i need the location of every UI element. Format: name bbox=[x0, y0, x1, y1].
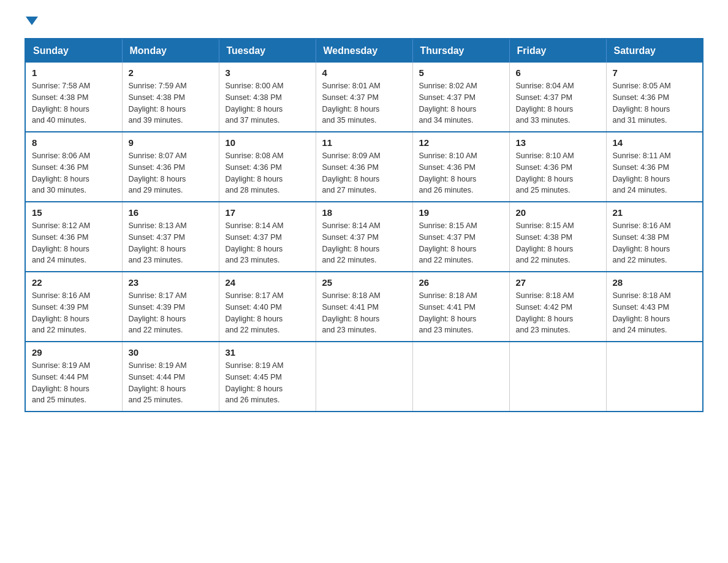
calendar-day-cell: 27 Sunrise: 8:18 AM Sunset: 4:42 PM Dayl… bbox=[509, 272, 606, 342]
day-number: 12 bbox=[419, 137, 503, 148]
day-number: 1 bbox=[32, 67, 116, 78]
day-number: 10 bbox=[226, 137, 309, 148]
day-info: Sunrise: 8:08 AM Sunset: 4:36 PM Dayligh… bbox=[226, 150, 309, 196]
day-info: Sunrise: 8:06 AM Sunset: 4:36 PM Dayligh… bbox=[32, 150, 116, 196]
calendar-day-cell: 11 Sunrise: 8:09 AM Sunset: 4:36 PM Dayl… bbox=[316, 132, 412, 202]
day-number: 30 bbox=[129, 347, 213, 358]
calendar-header-wednesday: Wednesday bbox=[316, 39, 412, 63]
calendar-header-sunday: Sunday bbox=[25, 39, 122, 63]
calendar-week-row: 1 Sunrise: 7:58 AM Sunset: 4:38 PM Dayli… bbox=[25, 63, 703, 132]
calendar-day-cell: 1 Sunrise: 7:58 AM Sunset: 4:38 PM Dayli… bbox=[25, 63, 122, 132]
calendar-day-cell: 4 Sunrise: 8:01 AM Sunset: 4:37 PM Dayli… bbox=[316, 63, 412, 132]
day-number: 4 bbox=[322, 67, 406, 78]
day-number: 23 bbox=[129, 277, 213, 288]
day-number: 18 bbox=[322, 207, 406, 218]
day-info: Sunrise: 8:05 AM Sunset: 4:36 PM Dayligh… bbox=[613, 80, 697, 126]
calendar-day-cell: 18 Sunrise: 8:14 AM Sunset: 4:37 PM Dayl… bbox=[316, 202, 412, 272]
calendar-week-row: 15 Sunrise: 8:12 AM Sunset: 4:36 PM Dayl… bbox=[25, 202, 703, 272]
calendar-day-cell: 15 Sunrise: 8:12 AM Sunset: 4:36 PM Dayl… bbox=[25, 202, 122, 272]
day-number: 7 bbox=[613, 67, 697, 78]
calendar-day-cell: 16 Sunrise: 8:13 AM Sunset: 4:37 PM Dayl… bbox=[122, 202, 219, 272]
day-info: Sunrise: 8:02 AM Sunset: 4:37 PM Dayligh… bbox=[419, 80, 503, 126]
day-info: Sunrise: 8:09 AM Sunset: 4:36 PM Dayligh… bbox=[322, 150, 406, 196]
calendar-day-cell: 13 Sunrise: 8:10 AM Sunset: 4:36 PM Dayl… bbox=[509, 132, 606, 202]
day-number: 9 bbox=[129, 137, 213, 148]
calendar-day-cell: 21 Sunrise: 8:16 AM Sunset: 4:38 PM Dayl… bbox=[606, 202, 703, 272]
day-number: 19 bbox=[419, 207, 503, 218]
calendar-day-cell: 24 Sunrise: 8:17 AM Sunset: 4:40 PM Dayl… bbox=[219, 272, 316, 342]
day-info: Sunrise: 8:18 AM Sunset: 4:42 PM Dayligh… bbox=[516, 290, 600, 336]
day-info: Sunrise: 8:01 AM Sunset: 4:37 PM Dayligh… bbox=[322, 80, 406, 126]
day-number: 14 bbox=[613, 137, 697, 148]
day-info: Sunrise: 8:15 AM Sunset: 4:37 PM Dayligh… bbox=[419, 220, 503, 266]
day-info: Sunrise: 8:11 AM Sunset: 4:36 PM Dayligh… bbox=[613, 150, 697, 196]
calendar-day-cell: 30 Sunrise: 8:19 AM Sunset: 4:44 PM Dayl… bbox=[122, 342, 219, 412]
day-number: 22 bbox=[32, 277, 116, 288]
day-info: Sunrise: 7:59 AM Sunset: 4:38 PM Dayligh… bbox=[129, 80, 213, 126]
day-info: Sunrise: 8:19 AM Sunset: 4:45 PM Dayligh… bbox=[226, 360, 309, 406]
calendar-header-tuesday: Tuesday bbox=[219, 39, 316, 63]
day-info: Sunrise: 8:18 AM Sunset: 4:41 PM Dayligh… bbox=[322, 290, 406, 336]
day-info: Sunrise: 8:14 AM Sunset: 4:37 PM Dayligh… bbox=[226, 220, 309, 266]
day-number: 3 bbox=[226, 67, 309, 78]
day-info: Sunrise: 8:18 AM Sunset: 4:41 PM Dayligh… bbox=[419, 290, 503, 336]
day-number: 31 bbox=[226, 347, 309, 358]
calendar-table: SundayMondayTuesdayWednesdayThursdayFrid… bbox=[25, 38, 703, 412]
day-number: 16 bbox=[129, 207, 213, 218]
day-number: 5 bbox=[419, 67, 503, 78]
calendar-header-saturday: Saturday bbox=[606, 39, 703, 63]
day-info: Sunrise: 8:12 AM Sunset: 4:36 PM Dayligh… bbox=[32, 220, 116, 266]
calendar-day-cell: 17 Sunrise: 8:14 AM Sunset: 4:37 PM Dayl… bbox=[219, 202, 316, 272]
calendar-day-cell: 23 Sunrise: 8:17 AM Sunset: 4:39 PM Dayl… bbox=[122, 272, 219, 342]
calendar-day-cell bbox=[606, 342, 703, 412]
page-header bbox=[25, 18, 703, 27]
day-number: 24 bbox=[226, 277, 309, 288]
day-info: Sunrise: 7:58 AM Sunset: 4:38 PM Dayligh… bbox=[32, 80, 116, 126]
calendar-week-row: 29 Sunrise: 8:19 AM Sunset: 4:44 PM Dayl… bbox=[25, 342, 703, 412]
calendar-header-thursday: Thursday bbox=[412, 39, 509, 63]
day-info: Sunrise: 8:16 AM Sunset: 4:39 PM Dayligh… bbox=[32, 290, 116, 336]
calendar-day-cell: 6 Sunrise: 8:04 AM Sunset: 4:37 PM Dayli… bbox=[509, 63, 606, 132]
day-number: 29 bbox=[32, 347, 116, 358]
calendar-day-cell: 2 Sunrise: 7:59 AM Sunset: 4:38 PM Dayli… bbox=[122, 63, 219, 132]
calendar-day-cell: 14 Sunrise: 8:11 AM Sunset: 4:36 PM Dayl… bbox=[606, 132, 703, 202]
day-number: 21 bbox=[613, 207, 697, 218]
calendar-day-cell: 10 Sunrise: 8:08 AM Sunset: 4:36 PM Dayl… bbox=[219, 132, 316, 202]
day-info: Sunrise: 8:04 AM Sunset: 4:37 PM Dayligh… bbox=[516, 80, 600, 126]
calendar-day-cell: 8 Sunrise: 8:06 AM Sunset: 4:36 PM Dayli… bbox=[25, 132, 122, 202]
calendar-header-row: SundayMondayTuesdayWednesdayThursdayFrid… bbox=[25, 39, 703, 63]
day-number: 13 bbox=[516, 137, 600, 148]
calendar-week-row: 22 Sunrise: 8:16 AM Sunset: 4:39 PM Dayl… bbox=[25, 272, 703, 342]
calendar-day-cell bbox=[412, 342, 509, 412]
day-info: Sunrise: 8:16 AM Sunset: 4:38 PM Dayligh… bbox=[613, 220, 697, 266]
day-info: Sunrise: 8:13 AM Sunset: 4:37 PM Dayligh… bbox=[129, 220, 213, 266]
calendar-day-cell bbox=[316, 342, 412, 412]
calendar-day-cell: 7 Sunrise: 8:05 AM Sunset: 4:36 PM Dayli… bbox=[606, 63, 703, 132]
day-number: 25 bbox=[322, 277, 406, 288]
calendar-day-cell: 29 Sunrise: 8:19 AM Sunset: 4:44 PM Dayl… bbox=[25, 342, 122, 412]
day-number: 15 bbox=[32, 207, 116, 218]
day-info: Sunrise: 8:18 AM Sunset: 4:43 PM Dayligh… bbox=[613, 290, 697, 336]
calendar-day-cell: 26 Sunrise: 8:18 AM Sunset: 4:41 PM Dayl… bbox=[412, 272, 509, 342]
calendar-day-cell: 25 Sunrise: 8:18 AM Sunset: 4:41 PM Dayl… bbox=[316, 272, 412, 342]
day-info: Sunrise: 8:10 AM Sunset: 4:36 PM Dayligh… bbox=[516, 150, 600, 196]
day-info: Sunrise: 8:19 AM Sunset: 4:44 PM Dayligh… bbox=[129, 360, 213, 406]
calendar-week-row: 8 Sunrise: 8:06 AM Sunset: 4:36 PM Dayli… bbox=[25, 132, 703, 202]
day-info: Sunrise: 8:19 AM Sunset: 4:44 PM Dayligh… bbox=[32, 360, 116, 406]
day-info: Sunrise: 8:17 AM Sunset: 4:39 PM Dayligh… bbox=[129, 290, 213, 336]
day-number: 28 bbox=[613, 277, 697, 288]
calendar-day-cell: 9 Sunrise: 8:07 AM Sunset: 4:36 PM Dayli… bbox=[122, 132, 219, 202]
calendar-day-cell: 5 Sunrise: 8:02 AM Sunset: 4:37 PM Dayli… bbox=[412, 63, 509, 132]
day-number: 26 bbox=[419, 277, 503, 288]
day-info: Sunrise: 8:00 AM Sunset: 4:38 PM Dayligh… bbox=[226, 80, 309, 126]
day-info: Sunrise: 8:14 AM Sunset: 4:37 PM Dayligh… bbox=[322, 220, 406, 266]
calendar-day-cell: 19 Sunrise: 8:15 AM Sunset: 4:37 PM Dayl… bbox=[412, 202, 509, 272]
day-number: 27 bbox=[516, 277, 600, 288]
day-number: 2 bbox=[129, 67, 213, 78]
logo bbox=[25, 18, 38, 27]
day-info: Sunrise: 8:07 AM Sunset: 4:36 PM Dayligh… bbox=[129, 150, 213, 196]
logo-triangle-icon bbox=[26, 17, 38, 25]
calendar-header-friday: Friday bbox=[509, 39, 606, 63]
calendar-day-cell: 22 Sunrise: 8:16 AM Sunset: 4:39 PM Dayl… bbox=[25, 272, 122, 342]
day-number: 11 bbox=[322, 137, 406, 148]
